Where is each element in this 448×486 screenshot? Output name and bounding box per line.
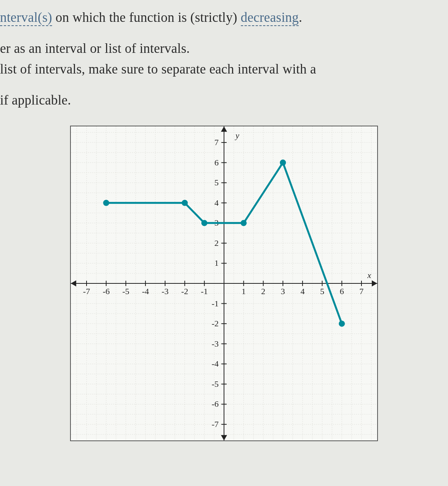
instruction-line-3: list of intervals, make sure to separate… (0, 59, 448, 80)
svg-text:-7: -7 (212, 419, 219, 429)
svg-text:-1: -1 (212, 299, 219, 308)
instruction-line-4: if applicable. (0, 90, 448, 111)
svg-text:-6: -6 (103, 286, 110, 296)
svg-point-124 (103, 200, 109, 206)
svg-text:1: 1 (242, 286, 246, 296)
svg-text:-6: -6 (212, 399, 219, 409)
svg-text:-7: -7 (83, 286, 90, 296)
svg-point-128 (280, 160, 286, 166)
svg-text:6: 6 (214, 158, 219, 167)
svg-point-127 (240, 220, 247, 226)
svg-text:1: 1 (214, 258, 219, 268)
line1-mid: on which the function is (strictly) (52, 10, 240, 25)
svg-point-129 (339, 321, 345, 327)
svg-text:y: y (235, 131, 239, 140)
svg-text:2: 2 (214, 238, 219, 248)
svg-marker-64 (221, 126, 227, 132)
svg-text:-4: -4 (212, 359, 219, 368)
svg-text:4: 4 (214, 198, 219, 208)
svg-text:5: 5 (214, 178, 219, 187)
svg-text:2: 2 (261, 286, 265, 296)
svg-text:-2: -2 (212, 319, 219, 328)
svg-text:-3: -3 (212, 339, 219, 349)
svg-point-125 (181, 200, 188, 206)
svg-text:6: 6 (340, 286, 344, 296)
link-decreasing[interactable]: decreasing (241, 10, 299, 26)
svg-text:3: 3 (281, 286, 285, 296)
link-interval[interactable]: nterval(s) (0, 10, 52, 26)
svg-text:7: 7 (214, 137, 219, 147)
instruction-line-2: er as an interval or list of intervals. (0, 39, 448, 59)
svg-marker-63 (71, 280, 76, 286)
svg-text:-4: -4 (142, 286, 149, 296)
svg-text:-3: -3 (162, 286, 168, 296)
svg-text:-5: -5 (122, 286, 129, 296)
svg-text:x: x (367, 270, 371, 280)
svg-marker-62 (372, 280, 377, 286)
svg-marker-65 (221, 435, 227, 440)
svg-text:4: 4 (301, 286, 305, 296)
svg-point-126 (201, 220, 208, 226)
function-graph: -7-6-5-4-3-2-11234567-7-6-5-4-3-2-112345… (70, 126, 378, 441)
question-text: nterval(s) on which the function is (str… (0, 8, 448, 110)
svg-text:-5: -5 (212, 379, 219, 389)
svg-text:-2: -2 (181, 286, 188, 296)
line1-post: . (299, 10, 302, 25)
svg-text:-1: -1 (201, 286, 208, 296)
svg-text:7: 7 (359, 286, 363, 296)
svg-text:5: 5 (320, 286, 324, 296)
